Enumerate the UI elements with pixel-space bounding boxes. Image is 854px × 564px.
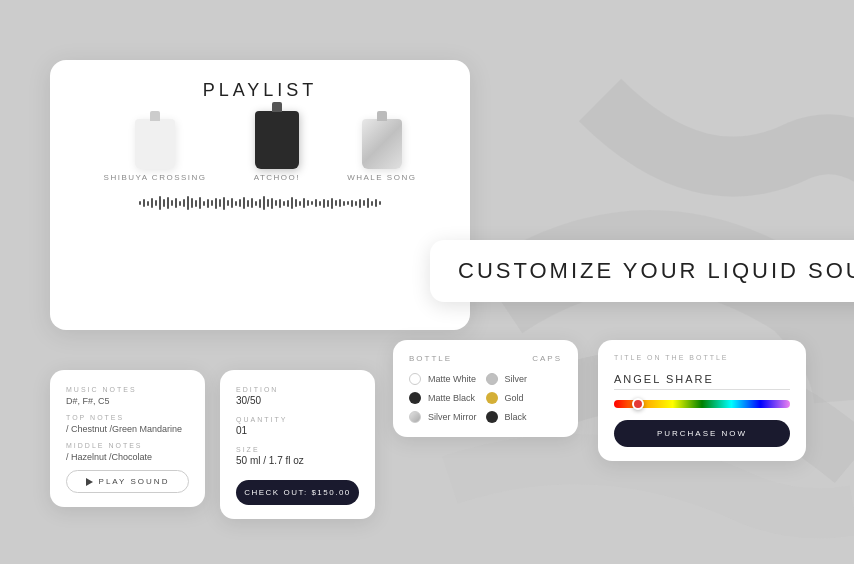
bc-options-row: Matte White Matte Black Silver Mirror Si… [409,373,562,423]
notes-card: MUSIC NOTES D#, F#, C5 TOP NOTES / Chest… [50,370,205,507]
playlist-bottles: SHIBUYA CROSSING ATCHOO! WHALE SONG [80,111,440,182]
caps-col: Silver Gold Black [486,373,563,423]
bottle-item-whale[interactable]: WHALE SONG [347,119,416,182]
dot-cap-black [486,411,498,423]
bottle-silver-label: Silver Mirror [428,412,477,422]
quantity-row: QUANTITY 01 [236,416,359,436]
size-label: SIZE [236,446,359,453]
caps-option-gold[interactable]: Gold [486,392,563,404]
bottles-caps-card: BOTTLE CAPS Matte White Matte Black Silv… [393,340,578,437]
size-row: SIZE 50 ml / 1.7 fl oz [236,446,359,466]
customize-title: CUSTOMIZE YOUR LIQUID SOUND [458,258,854,284]
bottle-item-shibuya[interactable]: SHIBUYA CROSSING [104,119,207,182]
waveform [80,188,440,218]
bottle-shape-silver [362,119,402,169]
caps-silver-label: Silver [505,374,528,384]
bottle-black-label: Matte Black [428,393,475,403]
caps-option-silver[interactable]: Silver [486,373,563,385]
music-notes-label: MUSIC NOTES [66,386,189,393]
purchase-button[interactable]: PURCHASE NOW [614,420,790,447]
color-slider-thumb [632,398,644,410]
customize-bubble: CUSTOMIZE YOUR LIQUID SOUND [430,240,854,302]
caps-black-label: Black [505,412,527,422]
middle-notes-value: / Hazelnut /Chocolate [66,452,189,462]
play-sound-button[interactable]: PLAY SOUND [66,470,189,493]
edition-card: EDITION 30/50 QUANTITY 01 SIZE 50 ml / 1… [220,370,375,519]
dot-white [409,373,421,385]
edition-value: 30/50 [236,395,359,406]
title-card-label: TITLE ON THE BOTTLE [614,354,790,361]
playlist-title: PLAYLIST [80,80,440,101]
bc-header: BOTTLE CAPS [409,354,562,363]
dot-silver [409,411,421,423]
dot-black [409,392,421,404]
dot-cap-silver [486,373,498,385]
bottle-header: BOTTLE [409,354,452,363]
color-slider[interactable] [614,400,790,408]
top-notes-label: TOP NOTES [66,414,189,421]
caps-option-black[interactable]: Black [486,411,563,423]
size-value: 50 ml / 1.7 fl oz [236,455,359,466]
bottle-label-atchoo: ATCHOO! [254,173,300,182]
play-sound-label: PLAY SOUND [99,477,170,486]
top-notes-value: / Chestnut /Green Mandarine [66,424,189,434]
bottle-shape-black [255,111,299,169]
bottle-shape-white [135,119,175,169]
checkout-button[interactable]: CHECK OUT: $150.00 [236,480,359,505]
bottle-option-black[interactable]: Matte Black [409,392,486,404]
music-notes-value: D#, F#, C5 [66,396,189,406]
bottle-option-silver[interactable]: Silver Mirror [409,411,486,423]
bottle-label-whale: WHALE SONG [347,173,416,182]
edition-row: EDITION 30/50 [236,386,359,406]
bottle-white-label: Matte White [428,374,476,384]
caps-gold-label: Gold [505,393,524,403]
bottle-label-shibuya: SHIBUYA CROSSING [104,173,207,182]
title-card: TITLE ON THE BOTTLE PURCHASE NOW [598,340,806,461]
caps-header: CAPS [532,354,562,363]
edition-label: EDITION [236,386,359,393]
title-input[interactable] [614,373,790,390]
play-icon [86,478,93,486]
bottle-col: Matte White Matte Black Silver Mirror [409,373,486,423]
dot-cap-gold [486,392,498,404]
middle-notes-label: MIDDLE NOTES [66,442,189,449]
quantity-value: 01 [236,425,359,436]
bottle-option-white[interactable]: Matte White [409,373,486,385]
quantity-label: QUANTITY [236,416,359,423]
playlist-card: PLAYLIST SHIBUYA CROSSING ATCHOO! WHALE … [50,60,470,330]
bottle-item-atchoo[interactable]: ATCHOO! [254,111,300,182]
